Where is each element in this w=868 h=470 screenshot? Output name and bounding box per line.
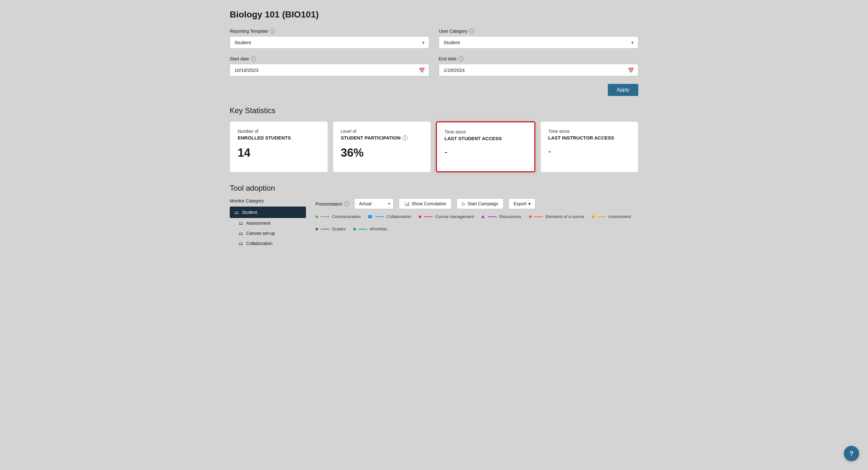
page-container: Biology 101 (BIO101) Reporting Template … xyxy=(217,0,651,261)
legend-line-communication xyxy=(320,216,330,217)
legend-label-course-management: Course management xyxy=(435,214,474,219)
start-date-group: Start date i 📅 xyxy=(230,56,429,76)
start-date-label: Start date i xyxy=(230,56,429,61)
legend-label-grades: Grades xyxy=(332,227,346,231)
legend-dot-grades xyxy=(315,228,318,230)
stat-value-instructor-access: - xyxy=(548,146,631,156)
stat-card-last-instructor-access: Time since LAST INSTRUCTOR ACCESS - xyxy=(540,121,639,172)
legend-item-grades: Grades xyxy=(315,227,346,231)
legend-line-eportfolio xyxy=(359,229,367,229)
participation-info-icon[interactable]: i xyxy=(403,135,408,140)
end-date-info-icon[interactable]: i xyxy=(459,56,464,61)
legend-line-elements xyxy=(534,216,543,217)
legend-item-collaboration: Collaboration xyxy=(368,214,411,219)
stat-label-bold-participation: STUDENT PARTICIPATION i xyxy=(341,135,423,140)
help-button[interactable]: ? xyxy=(844,446,859,461)
legend-item-discussions: Discussions xyxy=(481,214,521,219)
tool-adoption-section: Tool adoption Monitor Category 🗂 Student… xyxy=(230,184,638,249)
legend-dot-elements xyxy=(529,215,531,218)
monitor-sub-item-canvas-setup[interactable]: 🗂 Canvas set-up xyxy=(230,228,306,238)
end-date-label-text: End date xyxy=(439,56,457,61)
legend-square-collaboration xyxy=(368,215,372,218)
start-date-label-text: Start date xyxy=(230,56,249,61)
user-category-group: User Category i Student Instructor All ▾ xyxy=(439,29,638,49)
legend-dot-communication xyxy=(315,215,318,218)
export-button[interactable]: Export ▾ xyxy=(509,198,535,209)
monitor-category-label: Monitor Category xyxy=(230,198,306,203)
legend-label-discussions: Discussions xyxy=(499,214,521,219)
stat-label-bold-instructor-access: LAST INSTRUCTOR ACCESS xyxy=(548,135,631,140)
legend-item-assessment: Assessment xyxy=(592,214,631,219)
legend-dot-eportfolio xyxy=(353,228,356,230)
play-icon: ▷ xyxy=(462,201,465,206)
start-campaign-button[interactable]: ▷ Start Campaign xyxy=(457,198,503,209)
export-dropdown-icon: ▾ xyxy=(528,201,531,206)
end-date-input[interactable] xyxy=(439,64,638,76)
legend-triangle-discussions xyxy=(481,215,485,218)
monitor-sub-item-collaboration-label: Collaboration xyxy=(246,241,273,246)
user-category-select[interactable]: Student Instructor All xyxy=(439,36,638,48)
stat-card-student-participation: Level of STUDENT PARTICIPATION i 36% xyxy=(333,121,431,172)
form-row-1: Reporting Template i Student Instructor … xyxy=(230,29,638,49)
reporting-template-group: Reporting Template i Student Instructor … xyxy=(230,29,429,49)
presentation-select[interactable]: Actual Percentage xyxy=(354,199,393,209)
presentation-label-text: Presentation xyxy=(315,201,342,207)
stat-card-enrolled-students: Number of ENROLLED STUDENTS 14 xyxy=(230,121,328,172)
stat-label-top-instructor-access: Time since xyxy=(548,129,631,134)
end-date-label: End date i xyxy=(439,56,638,61)
key-statistics-title: Key Statistics xyxy=(230,106,638,115)
end-date-group: End date i 📅 xyxy=(439,56,638,76)
monitor-category-panel: Monitor Category 🗂 Student 🗂 Assessment … xyxy=(230,198,306,249)
monitor-sub-item-canvas-icon: 🗂 xyxy=(239,231,243,236)
monitor-item-student-label: Student xyxy=(242,210,257,215)
legend-line-discussions xyxy=(488,216,497,217)
start-date-info-icon[interactable]: i xyxy=(251,56,256,61)
form-row-2: Start date i 📅 End date i 📅 xyxy=(230,56,638,76)
page-title: Biology 101 (BIO101) xyxy=(230,9,638,20)
legend-label-elements: Elements of a course xyxy=(546,214,584,219)
chart-icon: 📊 xyxy=(404,201,409,206)
stat-value-student-access: - xyxy=(444,147,527,157)
tool-adoption-inner: Monitor Category 🗂 Student 🗂 Assessment … xyxy=(230,198,638,249)
show-cumulative-button[interactable]: 📊 Show Cumulative xyxy=(399,198,452,209)
monitor-sub-item-collaboration[interactable]: 🗂 Collaboration xyxy=(230,238,306,249)
export-label: Export xyxy=(514,201,526,206)
presentation-header: Presentation i Actual Percentage ▾ 📊 Sho… xyxy=(315,198,638,209)
legend-line-grades xyxy=(320,229,330,229)
user-category-info-icon[interactable]: i xyxy=(469,29,474,34)
stat-card-last-student-access: Time since LAST STUDENT ACCESS - xyxy=(436,121,535,172)
start-date-input-wrapper: 📅 xyxy=(230,64,429,76)
user-category-label-text: User Category xyxy=(439,29,467,34)
user-category-label: User Category i xyxy=(439,29,638,34)
monitor-sub-item-assessment[interactable]: 🗂 Assessment xyxy=(230,218,306,228)
legend-label-eportfolio: ePortfolio xyxy=(370,227,387,231)
reporting-template-label: Reporting Template i xyxy=(230,29,429,34)
tool-adoption-title: Tool adoption xyxy=(230,184,638,193)
presentation-panel: Presentation i Actual Percentage ▾ 📊 Sho… xyxy=(315,198,638,249)
reporting-template-label-text: Reporting Template xyxy=(230,29,268,34)
reporting-template-select[interactable]: Student Instructor All xyxy=(230,36,429,48)
legend-line-course-management xyxy=(424,216,433,217)
legend-line-assessment xyxy=(597,216,606,217)
monitor-item-student[interactable]: 🗂 Student xyxy=(230,207,306,218)
stat-label-top-participation: Level of xyxy=(341,129,423,134)
monitor-sub-item-collaboration-icon: 🗂 xyxy=(239,241,243,246)
reporting-template-info-icon[interactable]: i xyxy=(270,29,275,34)
start-date-input[interactable] xyxy=(230,64,429,76)
legend-dot-course-management xyxy=(419,215,421,218)
user-category-select-wrapper: Student Instructor All ▾ xyxy=(439,36,638,49)
legend-item-elements: Elements of a course xyxy=(529,214,584,219)
reporting-template-select-wrapper: Student Instructor All ▾ xyxy=(230,36,429,49)
legend-label-communication: Communication xyxy=(332,214,361,219)
stat-label-top-enrolled: Number of xyxy=(238,129,320,134)
start-campaign-label: Start Campaign xyxy=(467,201,498,206)
end-date-input-wrapper: 📅 xyxy=(439,64,638,76)
legend-line-collaboration xyxy=(375,216,384,217)
presentation-select-wrapper: Actual Percentage ▾ xyxy=(354,198,394,209)
apply-row: Apply xyxy=(230,84,638,96)
legend-item-eportfolio: ePortfolio xyxy=(353,227,387,231)
presentation-info-icon[interactable]: i xyxy=(344,201,349,206)
key-statistics-section: Key Statistics Number of ENROLLED STUDEN… xyxy=(230,106,638,172)
apply-button[interactable]: Apply xyxy=(608,84,638,96)
monitor-item-student-icon: 🗂 xyxy=(234,210,239,215)
